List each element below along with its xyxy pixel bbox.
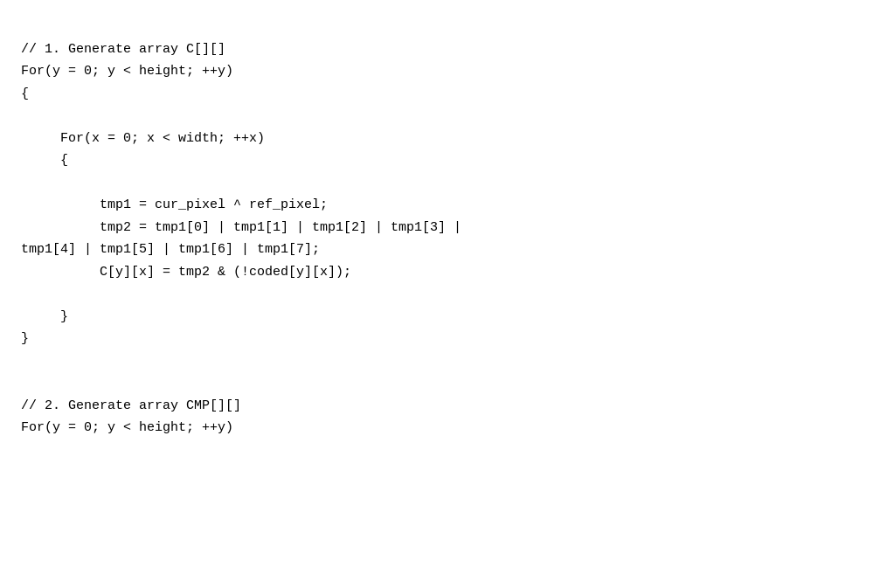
code-line: }	[21, 328, 852, 350]
code-line: {	[21, 83, 852, 106]
code-line: C[y][x] = tmp2 & (!coded[y][x]);	[21, 261, 852, 284]
code-line: {	[21, 149, 852, 172]
code-line: For(y = 0; y < height; ++y)	[21, 417, 852, 439]
code-line: }	[21, 306, 852, 329]
code-line: // 2. Generate array CMP[][]	[21, 395, 852, 418]
code-line: For(x = 0; x < width; ++x)	[21, 128, 852, 150]
code-line: // 1. Generate array C[][]	[21, 38, 852, 61]
code-line: tmp1 = cur_pixel ^ ref_pixel;	[21, 194, 852, 217]
code-line: tmp1[4] | tmp1[5] | tmp1[6] | tmp1[7];	[21, 239, 852, 261]
code-line: tmp2 = tmp1[0] | tmp1[1] | tmp1[2] | tmp…	[21, 217, 852, 239]
code-block: // 1. Generate array C[][]For(y = 0; y <…	[0, 0, 873, 455]
code-line: For(y = 0; y < height; ++y)	[21, 60, 852, 83]
